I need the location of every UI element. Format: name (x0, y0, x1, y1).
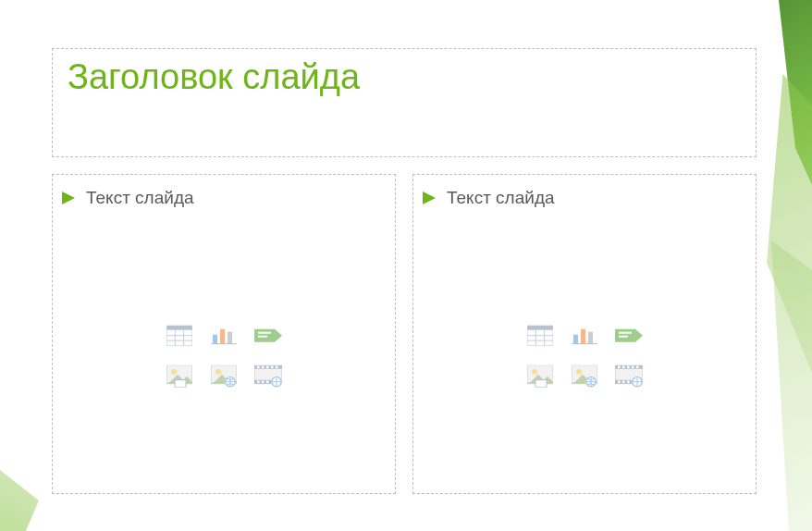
svg-point-53 (532, 369, 537, 375)
content-placeholder-left[interactable]: Текст слайда (52, 174, 396, 494)
svg-rect-13 (258, 336, 267, 338)
bullet-triangle-icon (423, 191, 436, 204)
insert-chart-icon[interactable] (206, 322, 241, 350)
svg-rect-8 (220, 329, 225, 344)
svg-rect-70 (622, 380, 625, 383)
svg-rect-29 (271, 365, 274, 368)
svg-rect-55 (535, 380, 547, 388)
svg-rect-50 (619, 332, 632, 334)
insert-content-grid-left (162, 322, 286, 390)
bullet-triangle-icon (62, 191, 75, 204)
insert-picture-icon[interactable] (523, 363, 558, 390)
svg-rect-64 (618, 365, 621, 368)
svg-point-57 (576, 369, 582, 375)
insert-smartart-icon[interactable] (611, 322, 646, 350)
svg-rect-33 (266, 380, 269, 383)
svg-rect-30 (276, 365, 278, 368)
svg-rect-9 (228, 332, 232, 344)
svg-marker-0 (62, 191, 75, 204)
decoration-facet-light (761, 241, 812, 531)
bullet-row: Текст слайда (423, 188, 746, 208)
svg-rect-71 (627, 380, 630, 383)
title-placeholder[interactable]: Заголовок слайда (52, 48, 757, 157)
svg-point-15 (171, 369, 177, 375)
svg-rect-66 (627, 365, 630, 368)
insert-video-icon[interactable] (251, 363, 286, 390)
svg-rect-67 (632, 365, 634, 368)
svg-rect-28 (266, 365, 269, 368)
title-text: Заголовок слайда (68, 58, 741, 97)
svg-rect-51 (619, 336, 628, 338)
insert-content-grid-right (523, 322, 646, 390)
insert-table-icon[interactable] (162, 322, 197, 350)
insert-chart-icon[interactable] (567, 322, 602, 350)
content-placeholder-right[interactable]: Текст слайда (412, 174, 757, 494)
svg-marker-38 (423, 191, 436, 204)
content-left-text: Текст слайда (86, 188, 194, 208)
svg-rect-31 (257, 380, 260, 383)
svg-rect-68 (636, 365, 639, 368)
svg-rect-65 (622, 365, 625, 368)
svg-rect-1 (166, 326, 192, 330)
svg-rect-26 (257, 365, 260, 368)
svg-rect-45 (573, 335, 578, 344)
insert-picture-icon[interactable] (162, 363, 197, 390)
insert-table-icon[interactable] (523, 322, 558, 350)
insert-online-picture-icon[interactable] (567, 363, 602, 390)
insert-online-picture-icon[interactable] (206, 363, 241, 390)
svg-rect-17 (175, 380, 186, 388)
svg-rect-32 (262, 380, 265, 383)
svg-rect-47 (588, 332, 593, 344)
svg-rect-69 (618, 380, 621, 383)
svg-point-19 (215, 369, 221, 375)
svg-rect-12 (258, 332, 271, 334)
svg-rect-7 (213, 335, 217, 344)
insert-video-icon[interactable] (611, 363, 646, 390)
insert-smartart-icon[interactable] (251, 322, 286, 350)
svg-rect-27 (262, 365, 265, 368)
svg-rect-39 (527, 326, 553, 330)
slide-canvas: Заголовок слайда Текст слайда (0, 0, 812, 531)
svg-rect-46 (581, 329, 585, 344)
content-right-text: Текст слайда (447, 188, 555, 208)
bullet-row: Текст слайда (62, 188, 386, 208)
